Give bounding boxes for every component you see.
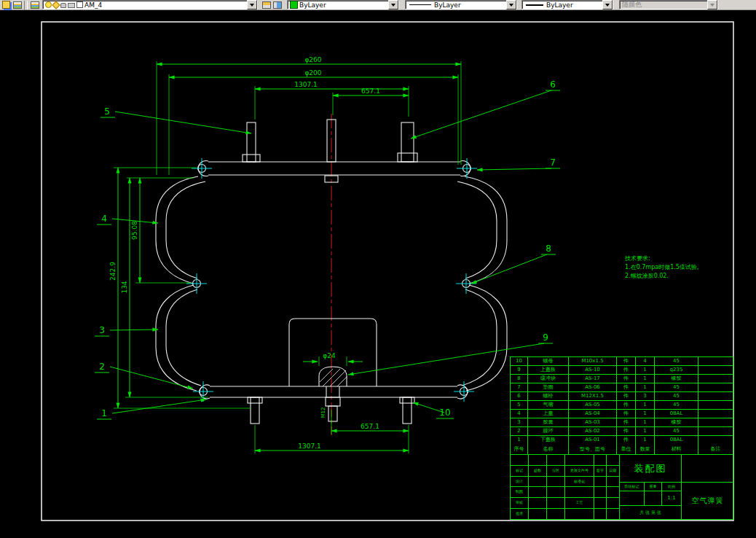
- part-qty: 1: [636, 366, 655, 374]
- layer-plot-icon[interactable]: [68, 3, 75, 8]
- part-no: 4: [511, 410, 528, 418]
- layer-combo-dropdown-button[interactable]: [247, 0, 257, 9]
- parts-list-row: 4 上盖 AS-04 件 1 08AL: [511, 410, 733, 418]
- balloon-9: 9: [543, 332, 548, 343]
- header-material: 材料: [655, 445, 698, 454]
- part-remark: [698, 436, 733, 445]
- layer-previous-button[interactable]: [272, 0, 283, 9]
- color-combo-value: ByLayer: [299, 1, 326, 9]
- balloon-10: 10: [439, 408, 450, 418]
- chevron-down-icon: [605, 4, 610, 9]
- part-model: M12X1.5: [569, 392, 617, 400]
- note-line-2: 1.在0.7mpa时做1.5倍试验,: [625, 264, 698, 270]
- balloon-4: 4: [101, 214, 107, 224]
- layer-combo[interactable]: AM_4: [42, 0, 258, 9]
- header-unit: 单位: [617, 445, 636, 454]
- part-model: AS-01: [569, 436, 617, 445]
- chevron-down-icon: [391, 4, 395, 9]
- part-qty: 1: [636, 383, 655, 391]
- chevron-down-icon: [710, 4, 714, 9]
- make-object-layer-current-button[interactable]: [261, 0, 272, 9]
- part-no: 1: [511, 436, 528, 445]
- part-remark: [698, 366, 733, 374]
- product-name: 空气弹簧: [682, 483, 733, 519]
- technical-notes: 技术要求: 1.在0.7mpa时做1.5倍试验, 2.螺纹涂胶0.02.: [624, 255, 698, 279]
- header-no: 序号: [511, 445, 528, 454]
- part-no: 9: [511, 366, 528, 374]
- color-combo-dropdown-button[interactable]: [388, 0, 398, 9]
- part-model: AS-02: [569, 427, 617, 435]
- balloon-6: 6: [550, 79, 556, 90]
- part-material: 45: [655, 427, 698, 435]
- part-qty: 1: [636, 427, 655, 435]
- part-no: 5: [511, 401, 528, 409]
- lineweight-combo-value: ByLayer: [546, 1, 573, 9]
- layer-states-icon: [31, 1, 39, 9]
- part-qty: 1: [636, 410, 655, 418]
- sheet-count: 共 张 第 张: [620, 506, 681, 518]
- title-block: 标记 处数 分区 更改文件号 签字 日期 设计 标准化 制图 审核 工艺 批准: [510, 454, 733, 520]
- color-combo[interactable]: ByLayer: [287, 0, 399, 9]
- part-unit: 件: [617, 392, 636, 400]
- plotstyle-combo: 随颜色: [619, 0, 718, 9]
- part-qty: 4: [636, 357, 655, 365]
- part-material: q235: [655, 366, 698, 374]
- chevron-down-icon: [250, 4, 254, 9]
- part-material: 45: [655, 392, 698, 400]
- scale-value: 1:1: [662, 491, 681, 505]
- plotstyle-combo-dropdown-button: [707, 0, 717, 9]
- part-remark: [698, 427, 733, 435]
- label-mark: 标记: [511, 466, 529, 476]
- title-block-revision-area: 标记 处数 分区 更改文件号 签字 日期 设计 标准化 制图 审核 工艺 批准: [511, 455, 620, 519]
- dim-m12: M12: [320, 408, 326, 418]
- make-layer-current-icon: [262, 1, 271, 9]
- label-design: 设计: [511, 477, 529, 487]
- layer-on-bulb-icon[interactable]: [45, 1, 52, 8]
- lineweight-combo-dropdown-button[interactable]: [602, 0, 613, 9]
- part-unit: 件: [617, 410, 636, 418]
- chevron-down-icon: [509, 4, 513, 9]
- dim-dia24: φ24: [323, 352, 336, 359]
- part-material: 08AL: [655, 436, 698, 445]
- part-remark: [698, 392, 733, 400]
- parts-list-rows: 10 螺母 M10x1.5 件 4 45 9 上盖板 AS-10 件 1 q23…: [511, 357, 733, 445]
- plotstyle-combo-value: 随颜色: [622, 0, 642, 9]
- layer-states-button[interactable]: [29, 0, 40, 9]
- layer-stack-icon: [13, 1, 22, 9]
- layer-properties-button[interactable]: [1, 0, 12, 9]
- parts-list-row: 9 上盖板 AS-10 件 1 q235: [511, 366, 733, 375]
- lineweight-combo[interactable]: ByLayer: [521, 0, 613, 9]
- header-model: 型号、图号: [569, 445, 617, 454]
- part-name: 垫圈: [528, 383, 569, 391]
- drawing-title: 装配图: [620, 455, 681, 483]
- part-qty: 1: [636, 401, 655, 409]
- balloon-8: 8: [546, 243, 551, 254]
- layer-manager-button[interactable]: [12, 0, 23, 9]
- note-line-1: 技术要求:: [624, 255, 650, 262]
- part-unit: 件: [617, 401, 636, 409]
- part-remark: [698, 401, 733, 409]
- part-material: 45: [655, 383, 698, 391]
- layers-dialog-icon: [2, 1, 10, 9]
- layer-color-chip: [76, 1, 83, 8]
- layer-lock-icon[interactable]: [60, 3, 66, 8]
- part-qty: 1: [636, 418, 655, 426]
- parts-list-row: 2 腰环 AS-02 件 1 45: [511, 427, 733, 436]
- parts-list-row: 6 螺栓 M12X1.5 件 3 45: [511, 392, 733, 401]
- linetype-combo-dropdown-button[interactable]: [506, 0, 516, 9]
- layer-freeze-sun-icon[interactable]: [52, 1, 60, 9]
- linetype-combo[interactable]: ByLayer: [405, 0, 517, 9]
- dim-1307-bottom: 1307.1: [298, 443, 321, 450]
- part-unit: 件: [617, 427, 636, 435]
- layer-combo-value: AM_4: [84, 1, 102, 9]
- dim-134: 134: [121, 281, 128, 293]
- label-draft: 制图: [511, 487, 529, 497]
- part-name: 胶囊: [528, 418, 569, 426]
- part-name: 腰环: [528, 427, 569, 435]
- label-sign: 签字: [594, 466, 607, 476]
- label-zone: 分区: [547, 466, 565, 476]
- dim-dia200: φ200: [304, 69, 321, 77]
- part-name: 下盖板: [528, 436, 569, 445]
- parts-list-row: 7 垫圈 AS-06 件 1 45: [511, 383, 733, 392]
- part-material: 45: [655, 401, 698, 409]
